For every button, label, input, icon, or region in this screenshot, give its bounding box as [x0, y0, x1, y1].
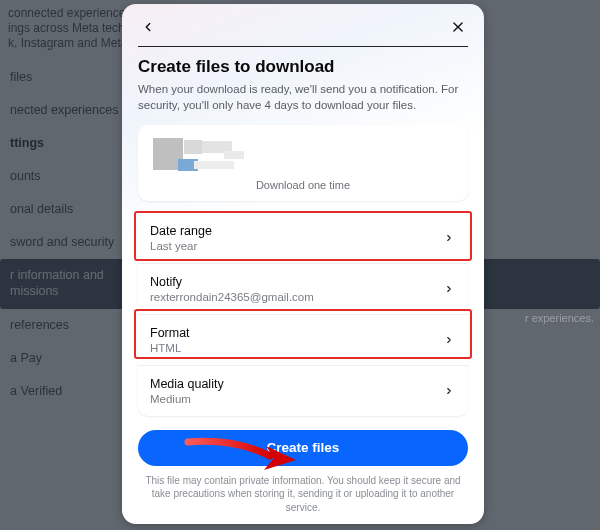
option-row-date-range[interactable]: Date range Last year	[138, 213, 468, 263]
row-label: Format	[150, 326, 190, 340]
chevron-right-icon	[442, 282, 456, 296]
row-value: rexterrondain24365@gmail.com	[150, 291, 314, 303]
back-button[interactable]	[138, 17, 158, 37]
option-row-media-quality[interactable]: Media quality Medium	[138, 365, 468, 416]
row-label: Notify	[150, 275, 314, 289]
row-value: Last year	[150, 240, 212, 252]
row-label: Media quality	[150, 377, 224, 391]
close-icon	[451, 20, 465, 34]
download-caption: Download one time	[256, 179, 350, 191]
option-row-notify[interactable]: Notify rexterrondain24365@gmail.com	[138, 263, 468, 314]
divider	[138, 46, 468, 47]
chevron-right-icon	[442, 333, 456, 347]
modal-title: Create files to download	[138, 57, 468, 77]
close-button[interactable]	[448, 17, 468, 37]
pixelated-preview	[150, 135, 456, 175]
modal-subtitle: When your download is ready, we'll send …	[138, 82, 468, 113]
row-label: Date range	[150, 224, 212, 238]
chevron-right-icon	[442, 384, 456, 398]
create-files-button[interactable]: Create files	[138, 430, 468, 465]
chevron-right-icon	[442, 231, 456, 245]
overlay-far-text: r experiences.	[525, 312, 594, 324]
create-files-modal: Create files to download When your downl…	[122, 4, 484, 524]
row-value: Medium	[150, 393, 224, 405]
chevron-left-icon	[141, 20, 155, 34]
download-summary-card: Download one time	[138, 125, 468, 201]
options-card: Date range Last year Notify rexterrondai…	[138, 213, 468, 416]
option-row-format[interactable]: Format HTML	[138, 314, 468, 365]
row-value: HTML	[150, 342, 190, 354]
disclaimer-text: This file may contain private informatio…	[138, 474, 468, 515]
